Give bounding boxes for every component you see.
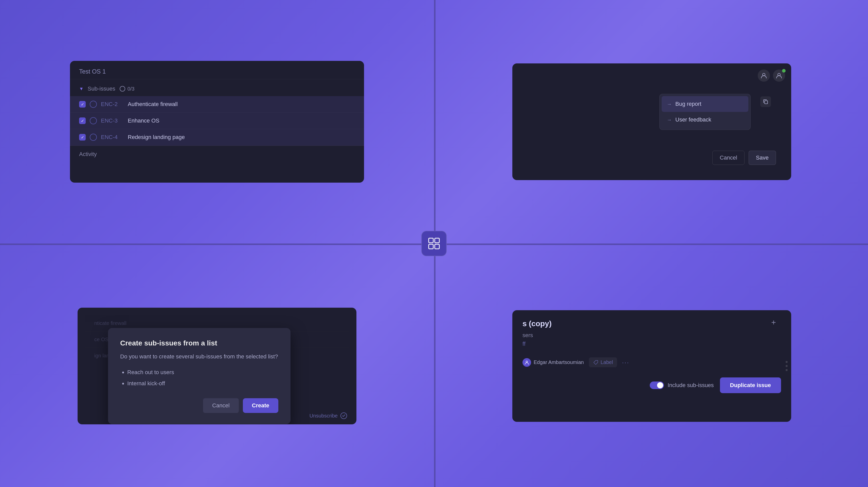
header-text: Test OS 1 bbox=[79, 68, 106, 75]
dialog-cancel-button[interactable]: Cancel bbox=[203, 398, 239, 413]
bug-report-label: Bug report bbox=[675, 101, 702, 107]
dialog-list: Reach out to users Internal kick-off bbox=[127, 367, 278, 389]
issue-title-enc2: Authenticate firewall bbox=[128, 101, 178, 108]
progress-badge: 0/3 bbox=[119, 86, 134, 92]
dialog-list-item-1: Reach out to users bbox=[127, 367, 278, 378]
q4-subtitle-1: sers bbox=[523, 332, 781, 339]
issue-row[interactable]: ENC-4 Redesign landing page bbox=[70, 129, 364, 146]
q1-card-header: Test OS 1 bbox=[70, 61, 364, 79]
q3-quadrant: nticate firewall ce OS ign landing pag C… bbox=[0, 245, 434, 487]
progress-text: 0/3 bbox=[127, 86, 134, 92]
q2-quadrant: → Bug report → User feedback Cancel Save bbox=[436, 0, 868, 244]
issue-title-enc4: Redesign landing page bbox=[128, 134, 185, 141]
user-avatar-icon bbox=[758, 69, 770, 82]
issue-id-enc4: ENC-4 bbox=[101, 134, 124, 141]
user-avatar bbox=[523, 358, 531, 367]
issue-id-enc3: ENC-3 bbox=[101, 117, 124, 124]
assignee-name: Edgar Ambartsoumian bbox=[534, 360, 584, 365]
bug-report-card: → Bug report → User feedback Cancel Save bbox=[512, 63, 791, 180]
q2-action-buttons: Cancel Save bbox=[712, 151, 776, 165]
svg-rect-3 bbox=[435, 244, 439, 249]
dialog-actions: Cancel Create bbox=[120, 398, 278, 413]
triangle-icon: ▼ bbox=[79, 86, 84, 92]
create-sub-issues-card: nticate firewall ce OS ign landing pag C… bbox=[78, 308, 356, 424]
svg-point-9 bbox=[526, 361, 528, 363]
status-circle-enc4 bbox=[90, 134, 97, 141]
scroll-indicator bbox=[785, 361, 788, 371]
center-icon-button[interactable] bbox=[421, 231, 447, 256]
activity-label-text: Activity bbox=[79, 151, 97, 157]
checkbox-enc3[interactable] bbox=[79, 117, 86, 124]
q4-quadrant: s (copy) sers ff + Edgar Ambartsoumian bbox=[436, 245, 868, 487]
activity-section: Activity bbox=[70, 146, 364, 163]
duplicate-issue-card: s (copy) sers ff + Edgar Ambartsoumian bbox=[512, 310, 791, 422]
include-sub-issues-toggle[interactable] bbox=[650, 381, 664, 389]
scroll-dot-2 bbox=[785, 365, 788, 367]
checkbox-enc4[interactable] bbox=[79, 134, 86, 141]
issue-row[interactable]: ENC-2 Authenticate firewall bbox=[70, 96, 364, 113]
assignee-field[interactable]: Edgar Ambartsoumian bbox=[523, 358, 584, 367]
q4-subtitle-2: ff bbox=[523, 341, 781, 347]
sub-issues-header: ▼ Sub-issues 0/3 bbox=[70, 79, 364, 96]
user-feedback-label: User feedback bbox=[675, 116, 711, 123]
q3-bottom-bar: Unsubscribe bbox=[310, 412, 347, 419]
add-icon[interactable]: + bbox=[771, 318, 776, 327]
dropdown-item-bug-report[interactable]: → Bug report bbox=[662, 96, 748, 112]
issue-id-enc2: ENC-2 bbox=[101, 101, 124, 108]
cancel-button[interactable]: Cancel bbox=[712, 151, 744, 165]
label-text: Label bbox=[600, 360, 613, 365]
toggle-label-text: Include sub-issues bbox=[668, 382, 714, 389]
q4-card-title: s (copy) bbox=[523, 319, 781, 328]
unsubscribe-label[interactable]: Unsubscribe bbox=[310, 413, 338, 419]
arrow-icon-bug: → bbox=[667, 101, 672, 107]
green-dot-indicator bbox=[782, 69, 785, 73]
label-field[interactable]: Label bbox=[589, 357, 617, 367]
dialog-body: Do you want to create several sub-issues… bbox=[120, 352, 278, 361]
arrow-icon-feedback: → bbox=[667, 117, 672, 123]
sub-issues-label: Sub-issues bbox=[88, 85, 115, 92]
issue-title-enc3: Enhance OS bbox=[128, 117, 159, 124]
svg-point-4 bbox=[120, 86, 125, 91]
save-button[interactable]: Save bbox=[749, 151, 776, 165]
checkbox-enc2[interactable] bbox=[79, 101, 86, 108]
svg-rect-7 bbox=[765, 101, 768, 104]
type-dropdown-menu[interactable]: → Bug report → User feedback bbox=[659, 94, 751, 130]
q1-quadrant: Test OS 1 ▼ Sub-issues 0/3 ENC-2 Authent… bbox=[0, 0, 434, 244]
svg-rect-1 bbox=[435, 238, 439, 243]
dropdown-item-user-feedback[interactable]: → User feedback bbox=[662, 112, 748, 127]
scroll-dot-3 bbox=[785, 369, 788, 371]
dialog-create-button[interactable]: Create bbox=[243, 398, 278, 413]
q2-top-icons bbox=[519, 69, 785, 82]
duplicate-issue-button[interactable]: Duplicate issue bbox=[720, 377, 781, 393]
more-options-icon[interactable]: ··· bbox=[622, 359, 629, 366]
svg-rect-0 bbox=[429, 238, 433, 243]
svg-rect-2 bbox=[429, 244, 433, 249]
q4-meta-row: Edgar Ambartsoumian Label ··· bbox=[523, 357, 781, 367]
q4-footer: Include sub-issues Duplicate issue bbox=[523, 377, 781, 393]
sub-issues-card: Test OS 1 ▼ Sub-issues 0/3 ENC-2 Authent… bbox=[70, 61, 364, 183]
scroll-dot-1 bbox=[785, 361, 788, 363]
dialog-list-item-2: Internal kick-off bbox=[127, 378, 278, 389]
dialog-title: Create sub-issues from a list bbox=[120, 339, 278, 347]
copy-icon-button[interactable] bbox=[760, 96, 771, 107]
issue-row[interactable]: ENC-3 Enhance OS bbox=[70, 113, 364, 129]
create-sub-issues-dialog: Create sub-issues from a list Do you wan… bbox=[108, 328, 290, 424]
include-sub-issues-toggle-row: Include sub-issues bbox=[650, 381, 714, 389]
status-circle-enc3 bbox=[90, 117, 97, 124]
status-circle-enc2 bbox=[90, 101, 97, 108]
